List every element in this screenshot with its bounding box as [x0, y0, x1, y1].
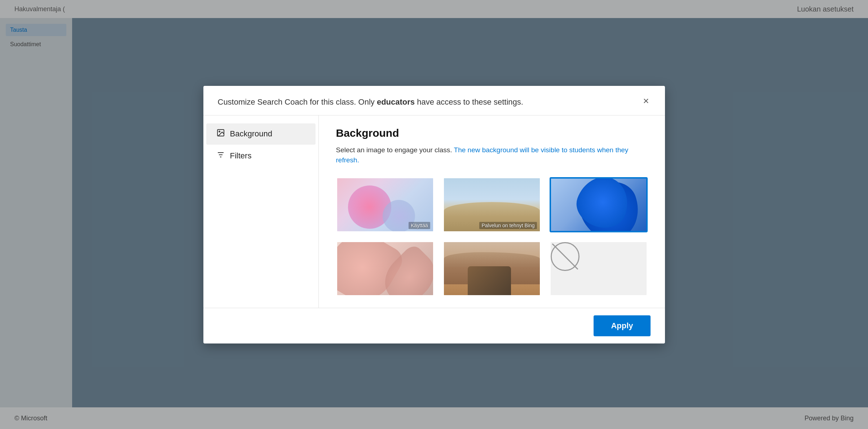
image-desert2: [444, 242, 540, 295]
image-item-bubbles[interactable]: Käyttää: [336, 177, 434, 232]
apply-button[interactable]: Apply: [594, 315, 650, 336]
image-item-desert1[interactable]: Palvelun on tehnyt Bing: [443, 177, 541, 232]
image-none: [551, 242, 647, 295]
image-flower: [337, 242, 433, 295]
image-item-win11[interactable]: [550, 177, 648, 232]
header-text-after: have access to these settings.: [415, 97, 523, 106]
modal-scroll-area[interactable]: Background Select an image to engage you…: [319, 115, 665, 308]
filter-icon: [216, 150, 225, 162]
image-grid: Käyttää Palvelun on tehnyt Bing: [336, 177, 648, 296]
modal-header-text: Customize Search Coach for this class. O…: [218, 96, 523, 108]
sidebar-item-filters[interactable]: Filters: [206, 145, 316, 167]
modal-close-button[interactable]: ×: [642, 96, 650, 106]
sidebar-filters-label: Filters: [230, 151, 252, 161]
modal-sidebar: Background Filters: [203, 115, 319, 308]
description-text: Select an image to engage your class.: [336, 146, 454, 154]
no-image-icon: [551, 242, 580, 271]
sidebar-background-label: Background: [230, 129, 272, 139]
sidebar-item-background[interactable]: Background: [206, 123, 316, 145]
modal-header: Customize Search Coach for this class. O…: [203, 86, 665, 115]
content-title: Background: [336, 127, 648, 139]
image-item-flower[interactable]: [336, 241, 434, 296]
settings-modal: Customize Search Coach for this class. O…: [203, 86, 665, 343]
image-bubbles-label: Käyttää: [409, 222, 430, 229]
header-text-before: Customize Search Coach for this class. O…: [218, 97, 377, 106]
modal-overlay: Customize Search Coach for this class. O…: [0, 0, 868, 429]
image-item-desert2[interactable]: [443, 241, 541, 296]
image-icon: [216, 128, 225, 140]
image-item-none[interactable]: [550, 241, 648, 296]
modal-body: Background Filters Background: [203, 115, 665, 308]
svg-point-1: [219, 131, 220, 132]
image-desert1-label: Palvelun on tehnyt Bing: [479, 222, 537, 229]
image-win11: [551, 179, 646, 231]
header-bold: educators: [377, 97, 415, 106]
content-description: Select an image to engage your class. Th…: [336, 145, 648, 166]
modal-footer: Apply: [203, 308, 665, 343]
modal-content: Background Select an image to engage you…: [319, 115, 665, 308]
